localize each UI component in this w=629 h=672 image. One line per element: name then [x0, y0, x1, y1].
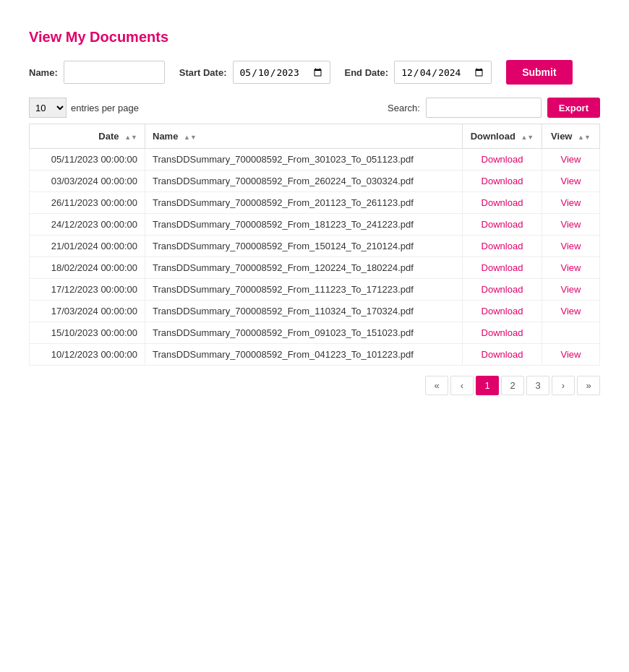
table-row: 24/12/2023 00:00:00TransDDSummary_700008…: [30, 214, 600, 236]
search-export-group: Search: Export: [388, 98, 600, 118]
cell-download: Download: [463, 322, 542, 344]
start-date-label: Start Date:: [179, 67, 227, 78]
col-header-download[interactable]: Download ▲▼: [463, 124, 542, 149]
pagination-page-1[interactable]: 1: [476, 376, 499, 395]
download-link[interactable]: Download: [482, 241, 523, 251]
cell-view: View: [542, 279, 600, 301]
page-title-static: View: [29, 29, 66, 45]
entries-per-page-label: entries per page: [71, 103, 139, 113]
view-link[interactable]: View: [561, 219, 581, 230]
cell-date: 05/11/2023 00:00:00: [30, 149, 145, 171]
table-row: 21/01/2024 00:00:00TransDDSummary_700008…: [30, 236, 600, 257]
date-sort-icon: ▲▼: [124, 134, 137, 141]
cell-name: TransDDSummary_700008592_From_120224_To_…: [145, 257, 463, 279]
cell-download: Download: [463, 192, 542, 214]
view-link[interactable]: View: [561, 197, 581, 208]
search-input[interactable]: [426, 98, 542, 118]
download-link[interactable]: Download: [482, 262, 523, 273]
cell-date: 15/10/2023 00:00:00: [30, 322, 145, 344]
page-title: View My Documents: [29, 29, 600, 46]
cell-name: TransDDSummary_700008592_From_201123_To_…: [145, 192, 463, 214]
end-date-filter-group: End Date:: [345, 61, 492, 84]
col-header-date[interactable]: Date ▲▼: [30, 124, 145, 149]
cell-view: View: [542, 257, 600, 279]
name-input[interactable]: [64, 61, 165, 84]
view-sort-icon: ▲▼: [578, 134, 591, 141]
view-link[interactable]: View: [561, 154, 581, 165]
table-row: 05/11/2023 00:00:00TransDDSummary_700008…: [30, 149, 600, 171]
cell-view: View: [542, 344, 600, 366]
name-filter-group: Name:: [29, 61, 165, 84]
cell-date: 17/03/2024 00:00:00: [30, 301, 145, 322]
cell-view: View: [542, 192, 600, 214]
name-label: Name:: [29, 67, 58, 78]
cell-name: TransDDSummary_700008592_From_041223_To_…: [145, 344, 463, 366]
download-link[interactable]: Download: [482, 327, 523, 338]
col-header-name[interactable]: Name ▲▼: [145, 124, 463, 149]
download-link[interactable]: Download: [482, 284, 523, 295]
table-row: 18/02/2024 00:00:00TransDDSummary_700008…: [30, 257, 600, 279]
start-date-filter-group: Start Date:: [179, 61, 330, 84]
pagination-page-2[interactable]: 2: [501, 376, 524, 395]
pagination-prev[interactable]: ‹: [450, 376, 474, 395]
cell-view: View: [542, 214, 600, 236]
pagination-next[interactable]: ›: [552, 376, 575, 395]
download-sort-icon: ▲▼: [521, 134, 534, 141]
table-row: 10/12/2023 00:00:00TransDDSummary_700008…: [30, 344, 600, 366]
cell-view: [542, 322, 600, 344]
cell-download: Download: [463, 344, 542, 366]
cell-download: Download: [463, 279, 542, 301]
cell-download: Download: [463, 301, 542, 322]
pagination-first[interactable]: «: [425, 376, 448, 395]
table-row: 26/11/2023 00:00:00TransDDSummary_700008…: [30, 192, 600, 214]
cell-view: View: [542, 301, 600, 322]
page-title-highlight: My Documents: [66, 29, 168, 45]
cell-name: TransDDSummary_700008592_From_301023_To_…: [145, 149, 463, 171]
pagination-last[interactable]: »: [577, 376, 600, 395]
download-link[interactable]: Download: [482, 349, 523, 360]
entries-per-page-group: 10 25 50 100 entries per page: [29, 98, 139, 118]
cell-name: TransDDSummary_700008592_From_110324_To_…: [145, 301, 463, 322]
end-date-input[interactable]: [394, 61, 492, 84]
view-link[interactable]: View: [561, 349, 581, 360]
cell-date: 26/11/2023 00:00:00: [30, 192, 145, 214]
cell-view: View: [542, 236, 600, 257]
cell-date: 24/12/2023 00:00:00: [30, 214, 145, 236]
table-row: 17/12/2023 00:00:00TransDDSummary_700008…: [30, 279, 600, 301]
cell-view: View: [542, 171, 600, 192]
filters-section: Name: Start Date: End Date: Submit: [29, 60, 600, 85]
view-link[interactable]: View: [561, 262, 581, 273]
cell-download: Download: [463, 236, 542, 257]
cell-download: Download: [463, 149, 542, 171]
search-label: Search:: [388, 103, 420, 113]
table-row: 15/10/2023 00:00:00TransDDSummary_700008…: [30, 322, 600, 344]
documents-table: Date ▲▼ Name ▲▼ Download ▲▼ View ▲▼ 05/1…: [29, 124, 600, 366]
cell-view: View: [542, 149, 600, 171]
table-header-row: Date ▲▼ Name ▲▼ Download ▲▼ View ▲▼: [30, 124, 600, 149]
export-button[interactable]: Export: [547, 98, 600, 118]
download-link[interactable]: Download: [482, 176, 523, 186]
cell-name: TransDDSummary_700008592_From_091023_To_…: [145, 322, 463, 344]
view-link[interactable]: View: [561, 241, 581, 251]
view-link[interactable]: View: [561, 284, 581, 295]
col-header-view[interactable]: View ▲▼: [542, 124, 600, 149]
cell-download: Download: [463, 214, 542, 236]
table-row: 17/03/2024 00:00:00TransDDSummary_700008…: [30, 301, 600, 322]
download-link[interactable]: Download: [482, 306, 523, 316]
download-link[interactable]: Download: [482, 219, 523, 230]
start-date-input[interactable]: [233, 61, 330, 84]
download-link[interactable]: Download: [482, 154, 523, 165]
submit-button[interactable]: Submit: [506, 60, 572, 85]
name-sort-icon: ▲▼: [184, 134, 197, 141]
entries-per-page-select[interactable]: 10 25 50 100: [29, 98, 67, 118]
cell-name: TransDDSummary_700008592_From_111223_To_…: [145, 279, 463, 301]
cell-name: TransDDSummary_700008592_From_260224_To_…: [145, 171, 463, 192]
cell-date: 03/03/2024 00:00:00: [30, 171, 145, 192]
pagination-page-3[interactable]: 3: [526, 376, 549, 395]
cell-name: TransDDSummary_700008592_From_150124_To_…: [145, 236, 463, 257]
view-link[interactable]: View: [561, 306, 581, 316]
table-controls: 10 25 50 100 entries per page Search: Ex…: [29, 98, 600, 118]
cell-date: 17/12/2023 00:00:00: [30, 279, 145, 301]
view-link[interactable]: View: [561, 176, 581, 186]
download-link[interactable]: Download: [482, 197, 523, 208]
